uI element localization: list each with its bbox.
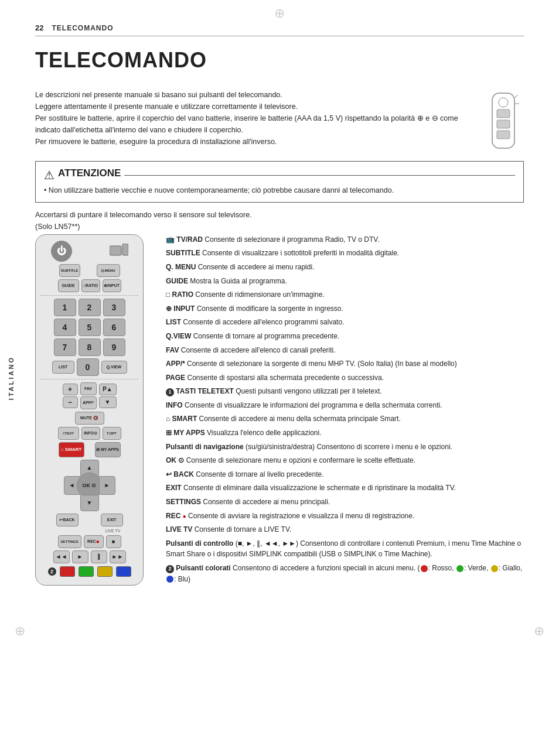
fav-appstar-area: FAV APP/* <box>80 382 97 409</box>
live-tv-label: LIVE TV <box>105 529 121 533</box>
nav-cross: ▲ ◄ OK ⊙ ► ▼ <box>64 460 115 511</box>
subtitle-button[interactable]: SUBTITLE <box>59 264 80 277</box>
ratio-button[interactable]: □RATIO <box>81 279 100 292</box>
num-9[interactable]: 9 <box>103 338 125 356</box>
page-header-title: TELECOMANDO <box>52 24 113 32</box>
exit-button[interactable]: EXIT <box>101 514 123 526</box>
ch-down-button[interactable]: ▼ <box>99 396 117 408</box>
key-color-btns: Pulsanti colorati <box>176 564 230 572</box>
attenzione-bullet1: Non utilizzare batterie vecchie e nuove … <box>44 185 515 196</box>
vol-channel-area: + − <box>63 384 78 408</box>
vol-up-button[interactable]: + <box>63 384 78 395</box>
desc-qview: Q.VIEW Consente di tornare al programma … <box>166 331 524 342</box>
green-button[interactable] <box>79 566 94 577</box>
crosshair-bottom-right: ⊕ <box>534 624 544 639</box>
info-button[interactable]: INFO⊙ <box>81 427 100 440</box>
num-6[interactable]: 6 <box>103 319 125 336</box>
note-text-2: (Solo LN57**) <box>35 223 524 231</box>
key-appstar: APP/* <box>166 360 185 368</box>
guide-button[interactable]: GUIDE <box>58 279 79 292</box>
mute-button[interactable]: MUTE 🔇 <box>75 412 104 425</box>
key-list: LIST <box>166 318 181 326</box>
tv-rad-icon-area <box>110 244 128 258</box>
key-page: PAGE <box>166 374 185 382</box>
ffwd-button[interactable]: ►► <box>110 550 126 563</box>
desc-info: INFO Consente di visualizzare le informa… <box>166 400 524 411</box>
back-exit-row: ↩BACK EXIT <box>40 514 138 526</box>
svg-point-1 <box>499 98 508 107</box>
yellow-button[interactable] <box>97 566 113 577</box>
settings-rec-row: SETTINGS REC ● ■ <box>40 535 138 548</box>
color-label-2: 2 <box>48 567 56 576</box>
vol-fav-row: + − FAV APP/* P▲ ▼ <box>40 382 138 409</box>
numpad-row1: 1 2 3 <box>40 299 138 316</box>
rec-dot: ● <box>183 513 186 519</box>
section-title: TELECOMANDO <box>35 48 524 73</box>
rewind-button[interactable]: ◄◄ <box>53 550 70 563</box>
play-button[interactable]: ► <box>72 550 88 563</box>
appstar-button[interactable]: APP/* <box>80 396 97 409</box>
qmenu-button[interactable]: Q.MENU <box>97 264 120 277</box>
desc-input: ⊕ INPUT Consente di modificare la sorgen… <box>166 303 524 314</box>
key-control-btns: Pulsanti di controllo <box>166 539 233 548</box>
myapps-button[interactable]: ⊞ MY APPS <box>95 442 121 457</box>
num-0[interactable]: 0 <box>77 358 99 376</box>
desc-livetv: LIVE TV Consente di tornare a LIVE TV. <box>166 524 524 535</box>
descriptions: 📺 TV/RAD Consente di selezionare il prog… <box>166 234 524 587</box>
desc-qmenu: Q. MENU Consente di accedere ai menu rap… <box>166 262 524 273</box>
smart-button[interactable]: ⌂ SMART <box>59 442 84 457</box>
desc-color-btns: 2 Pulsanti colorati Consentono di accede… <box>166 563 524 584</box>
desc-appstar: APP/* Consente di selezionare la sorgent… <box>166 358 524 370</box>
live-tv-label-row: LIVE TV <box>40 529 138 533</box>
num-7[interactable]: 7 <box>54 338 76 356</box>
key-livetv: LIVE TV <box>166 525 192 533</box>
red-icon <box>421 565 428 572</box>
svg-line-5 <box>514 95 518 98</box>
num-1[interactable]: 1 <box>54 299 76 316</box>
nav-right-button[interactable]: ► <box>99 476 115 495</box>
key-info: INFO <box>166 401 183 409</box>
key-settings: SETTINGS <box>166 498 201 506</box>
svg-rect-2 <box>497 110 510 118</box>
ch-up-button[interactable]: P▲ <box>99 384 117 395</box>
intro-text: Le descrizioni nel presente manuale si b… <box>35 89 471 150</box>
intro-p2: Leggere attentamente il presente manuale… <box>35 101 471 112</box>
rec-button[interactable]: REC ● <box>84 535 104 548</box>
desc-nav: Pulsanti di navigazione (su/giù/sinistra… <box>166 442 524 453</box>
page-container: ⊕ ⊕ ⊕ ITALIANO 22 TELECOMANDO TELECOMAND… <box>0 0 559 756</box>
stop-button[interactable]: ■ <box>106 535 121 548</box>
color-buttons-row: 2 <box>40 566 138 577</box>
num-2[interactable]: 2 <box>79 299 101 316</box>
power-button[interactable]: ⏻ <box>51 241 72 262</box>
qview-button[interactable]: Q.VIEW <box>101 361 127 374</box>
list-button[interactable]: LIST <box>52 361 74 374</box>
blue-button[interactable] <box>116 566 131 577</box>
num-4[interactable]: 4 <box>54 319 76 336</box>
topt-button[interactable]: T.OPT <box>103 427 121 440</box>
color-num-label-2: 2 <box>166 565 174 573</box>
desc-myapps: ⊞ MY APPS Visualizza l'elenco delle appl… <box>166 427 524 439</box>
guide-row: GUIDE □RATIO ⊕INPUT <box>40 279 138 292</box>
num-3[interactable]: 3 <box>103 299 125 316</box>
green-icon <box>456 565 463 572</box>
text-button[interactable]: ≡TEXT <box>58 427 79 440</box>
attenzione-header: ⚠ ATTENZIONE <box>44 167 515 183</box>
settings-button[interactable]: SETTINGS <box>58 535 81 548</box>
desc-guide: GUIDE Mostra la Guida al programma. <box>166 276 524 287</box>
fav-button[interactable]: FAV <box>80 382 97 395</box>
svg-rect-8 <box>122 244 128 255</box>
desc-rec: REC ● Consente di avviare la registrazio… <box>166 511 524 522</box>
num-8[interactable]: 8 <box>79 338 101 356</box>
key-smart: ⌂ SMART <box>166 415 197 423</box>
nav-down-button[interactable]: ▼ <box>80 495 99 511</box>
red-button[interactable] <box>60 566 75 577</box>
key-back: ↩ BACK <box>166 470 194 478</box>
back-button[interactable]: ↩BACK <box>56 514 79 526</box>
key-ratio: □ RATIO <box>166 290 193 299</box>
pause-button[interactable]: ‖ <box>91 550 107 563</box>
num-5[interactable]: 5 <box>79 319 101 336</box>
input-button[interactable]: ⊕INPUT <box>103 279 121 292</box>
vol-down-button[interactable]: − <box>63 396 78 408</box>
key-tvrad: 📺 TV/RAD <box>166 235 203 244</box>
teletext-num-label: 1 <box>166 388 174 396</box>
